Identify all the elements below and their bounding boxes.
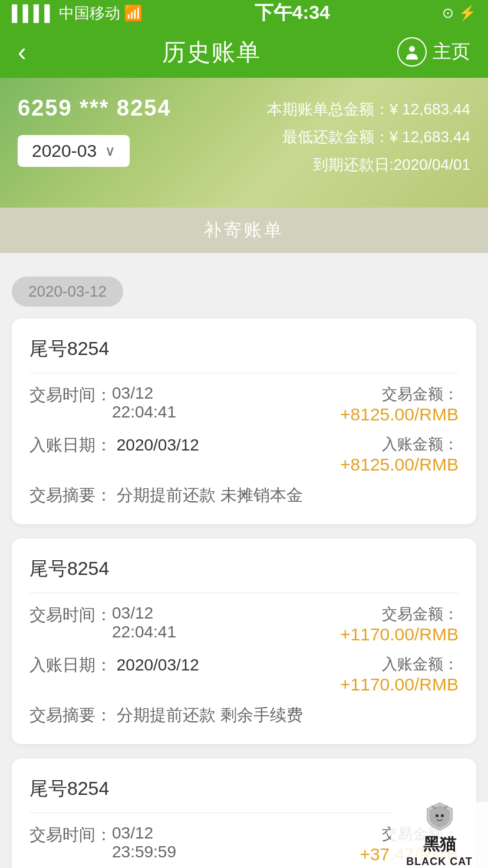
transaction-card-2: 尾号8254 交易时间： 03/12 22:04:41 交易金额： +1170.…: [12, 538, 476, 744]
summary-value-1: 分期提前还款 未摊销本金: [117, 486, 303, 504]
trade-time-time-2: 22:04:41: [112, 623, 176, 642]
trade-amount-2: +1170.00/RMB: [340, 624, 459, 645]
trade-time-time-3: 23:59:59: [112, 843, 176, 862]
home-icon: [397, 37, 427, 67]
svg-point-1: [435, 814, 438, 817]
trade-time-detail-3: 交易时间： 03/12 23:59:59: [29, 824, 360, 862]
svg-point-0: [409, 46, 415, 52]
black-cat-watermark: 黑猫 BLACK CAT: [391, 802, 488, 868]
main-content: 2020-03-12 尾号8254 交易时间： 03/12 22:04:41 交…: [0, 253, 488, 868]
post-date-label-1: 入账日期：: [29, 436, 112, 454]
post-amount-col-1: 入账金额： +8125.00/RMB: [340, 434, 459, 475]
transaction-card-1: 尾号8254 交易时间： 03/12 22:04:41 交易金额： +8125.…: [12, 318, 476, 524]
buji-label: 补寄账单: [204, 220, 284, 239]
header-section: 6259 *** 8254 2020-03 ∨ 本期账单总金额：¥ 12,683…: [0, 78, 488, 208]
card-suffix-2: 尾号8254: [29, 556, 459, 582]
summary-row-1: 交易摘要： 分期提前还款 未摊销本金: [29, 484, 459, 507]
trade-amount-label-2: 交易金额：: [340, 604, 459, 624]
summary-value-2: 分期提前还款 剩余手续费: [117, 706, 303, 724]
trade-time-detail-2: 交易时间： 03/12 22:04:41: [29, 604, 340, 642]
trade-time-label-2: 交易时间：: [29, 604, 112, 626]
trade-time-detail-1: 交易时间： 03/12 22:04:41: [29, 384, 340, 422]
post-date-1: 2020/03/12: [117, 436, 199, 454]
divider: [29, 373, 459, 373]
date-label: 2020-03-12: [12, 265, 476, 318]
post-amount-1: +8125.00/RMB: [340, 455, 459, 475]
due-date: 到期还款日:2020/04/01: [267, 151, 470, 179]
month-value: 2020-03: [32, 141, 97, 161]
summary-label-2: 交易摘要：: [29, 706, 112, 724]
card-suffix-3: 尾号8254: [29, 776, 459, 802]
signal-icon: ▌▌▌▌: [12, 4, 55, 22]
bill-total: 本期账单总金额：¥ 12,683.44: [267, 96, 470, 123]
home-label: 主页: [433, 39, 470, 65]
back-button[interactable]: ‹: [18, 37, 27, 67]
trade-amount-label-1: 交易金额：: [340, 384, 459, 405]
trade-time-row-1: 交易时间： 03/12 22:04:41 交易金额： +8125.00/RMB: [29, 384, 459, 425]
trade-amount-col-2: 交易金额： +1170.00/RMB: [340, 604, 459, 645]
post-date-row-1: 入账日期： 2020/03/12 入账金额： +8125.00/RMB: [29, 434, 459, 475]
home-button[interactable]: 主页: [397, 37, 470, 67]
cat-english-text: BLACK CAT: [406, 856, 473, 868]
trade-time-date-3: 03/12: [112, 824, 176, 843]
trade-time-values-2: 03/12 22:04:41: [112, 604, 176, 642]
page-title: 历史账单: [162, 36, 261, 68]
post-date-label-2: 入账日期：: [29, 656, 112, 674]
trade-amount-col-1: 交易金额： +8125.00/RMB: [340, 384, 459, 425]
trade-time-date-1: 03/12: [112, 384, 176, 403]
divider-2: [29, 593, 459, 593]
cat-chinese-text: 黑猫: [423, 833, 456, 856]
carrier-label: 中国移动: [59, 3, 120, 24]
svg-point-2: [440, 814, 443, 817]
cat-shield-icon: [419, 802, 460, 831]
buji-bar[interactable]: 补寄账单: [0, 208, 488, 253]
nav-bar: ‹ 历史账单 主页: [0, 26, 488, 78]
trade-time-label-3: 交易时间：: [29, 824, 112, 846]
trade-time-row-2: 交易时间： 03/12 22:04:41 交易金额： +1170.00/RMB: [29, 604, 459, 645]
summary-row-2: 交易摘要： 分期提前还款 剩余手续费: [29, 704, 459, 726]
date-group-label: 2020-03-12: [12, 277, 123, 307]
card-suffix-1: 尾号8254: [29, 336, 459, 362]
status-bar: ▌▌▌▌ 中国移动 📶 下午4:34 ⊙ ⚡: [0, 0, 488, 26]
post-amount-2: +1170.00/RMB: [340, 675, 459, 695]
trade-time-date-2: 03/12: [112, 604, 176, 623]
status-time: 下午4:34: [255, 0, 330, 26]
trade-time-values-3: 03/12 23:59:59: [112, 824, 176, 862]
bill-summary: 本期账单总金额：¥ 12,683.44 最低还款金额：¥ 12,683.44 到…: [267, 96, 470, 178]
chevron-down-icon: ∨: [105, 143, 116, 159]
trade-time-values-1: 03/12 22:04:41: [112, 384, 176, 422]
screen-rotation-icon: ⊙: [442, 5, 454, 21]
status-left: ▌▌▌▌ 中国移动 📶: [12, 3, 143, 24]
post-date-row-2: 入账日期： 2020/03/12 入账金额： +1170.00/RMB: [29, 654, 459, 695]
battery-icon: ⚡: [459, 5, 476, 21]
month-selector[interactable]: 2020-03 ∨: [18, 135, 130, 167]
post-amount-label-2: 入账金额：: [340, 654, 459, 675]
min-payment: 最低还款金额：¥ 12,683.44: [267, 123, 470, 151]
trade-time-label-1: 交易时间：: [29, 384, 112, 406]
post-amount-label-1: 入账金额：: [340, 434, 459, 455]
cat-text-row: 黑猫: [423, 833, 456, 856]
trade-amount-1: +8125.00/RMB: [340, 405, 459, 425]
wifi-icon: 📶: [124, 4, 143, 22]
trade-time-time-1: 22:04:41: [112, 403, 176, 422]
post-date-2: 2020/03/12: [117, 656, 199, 674]
status-right: ⊙ ⚡: [442, 5, 476, 21]
post-amount-col-2: 入账金额： +1170.00/RMB: [340, 654, 459, 695]
summary-label-1: 交易摘要：: [29, 486, 112, 504]
